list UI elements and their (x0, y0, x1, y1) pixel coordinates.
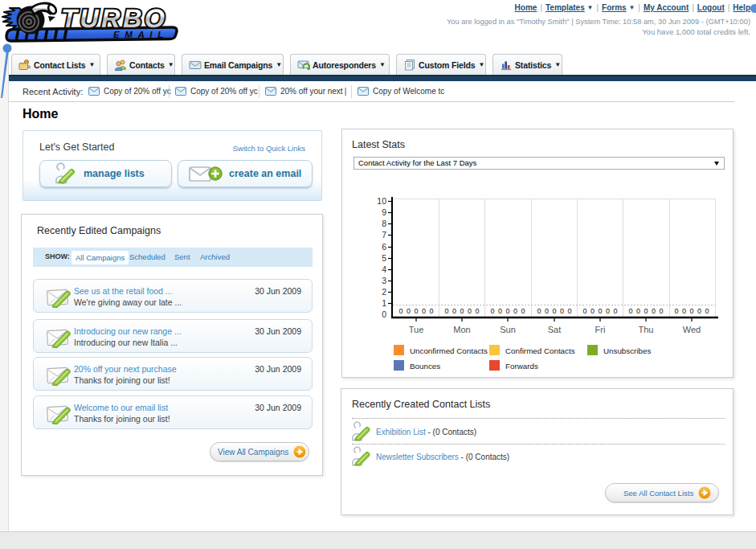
svg-text:Sun: Sun (500, 325, 516, 334)
svg-text:Wed: Wed (683, 325, 701, 334)
svg-text:0 0 0 0 0: 0 0 0 0 0 (490, 307, 525, 315)
svg-text:0 0 0 0 0: 0 0 0 0 0 (628, 307, 663, 315)
svg-text:Forwards: Forwards (505, 362, 538, 371)
svg-text:1: 1 (382, 298, 386, 308)
svg-text:0 0 0 0 0: 0 0 0 0 0 (537, 307, 571, 315)
svg-text:5: 5 (382, 253, 386, 263)
svg-text:10: 10 (377, 196, 386, 206)
svg-text:Thu: Thu (639, 325, 654, 334)
svg-text:Unconfirmed Contacts: Unconfirmed Contacts (410, 346, 488, 355)
svg-text:Bounces: Bounces (410, 362, 440, 371)
svg-text:Tue: Tue (409, 325, 424, 334)
svg-text:6: 6 (382, 242, 386, 252)
svg-text:Sat: Sat (548, 325, 562, 334)
svg-text:4: 4 (382, 264, 386, 274)
svg-text:7: 7 (382, 230, 386, 240)
svg-text:Mon: Mon (453, 325, 470, 334)
svg-text:TURBO: TURBO (61, 4, 168, 33)
svg-text:Fri: Fri (595, 325, 606, 334)
svg-text:2: 2 (382, 287, 386, 297)
svg-text:Confirmed Contacts: Confirmed Contacts (505, 346, 575, 355)
svg-text:0 0 0 0 0: 0 0 0 0 0 (444, 307, 479, 315)
svg-text:0: 0 (382, 309, 386, 319)
svg-text:8: 8 (382, 219, 386, 228)
svg-text:3: 3 (382, 276, 386, 285)
svg-text:9: 9 (382, 207, 386, 217)
svg-text:0 0 0 0 0: 0 0 0 0 0 (398, 307, 433, 315)
svg-text:Unsubscribes: Unsubscribes (603, 346, 651, 355)
svg-text:0 0 0 0 0: 0 0 0 0 0 (582, 307, 617, 315)
svg-text:0 0 0 0 0: 0 0 0 0 0 (674, 307, 709, 315)
